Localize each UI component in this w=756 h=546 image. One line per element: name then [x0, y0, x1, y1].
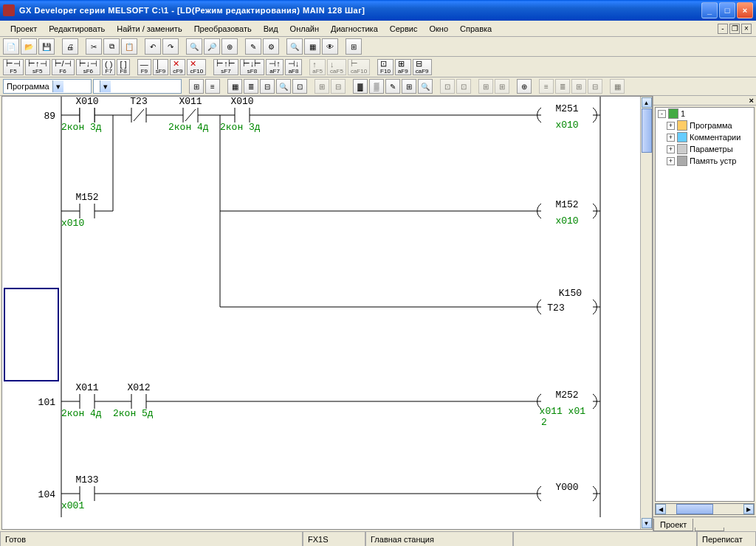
- tree-item-params[interactable]: +Параметры: [656, 143, 754, 155]
- tb-t[interactable]: ≡: [539, 79, 554, 94]
- tree-hscroll[interactable]: ◀ ▶: [655, 503, 755, 515]
- minimize-button[interactable]: _: [701, 2, 718, 18]
- scroll-right-icon[interactable]: ▶: [743, 504, 754, 514]
- tb-m[interactable]: ⊞: [402, 79, 416, 94]
- program-select-dropdown[interactable]: ▾: [93, 79, 182, 94]
- new-button[interactable]: 📄: [3, 38, 19, 55]
- tb-o[interactable]: ⊡: [440, 79, 455, 94]
- tb-k[interactable]: ▒: [369, 79, 384, 94]
- open-button[interactable]: 📂: [21, 38, 37, 55]
- ld-del-hline[interactable]: ✕cF9: [170, 59, 185, 75]
- tree-item-memory[interactable]: +Память устр: [656, 155, 754, 167]
- ld-af9[interactable]: ⊞aF9: [395, 59, 411, 75]
- redo-button[interactable]: ↷: [162, 38, 179, 55]
- menu-find[interactable]: Найти / заменить: [111, 22, 188, 35]
- tree-root[interactable]: - 1: [656, 108, 754, 120]
- tb-n[interactable]: 🔍: [418, 79, 433, 94]
- tb-w[interactable]: ⊟: [588, 79, 602, 94]
- ld-vline[interactable]: │sF9: [153, 59, 168, 75]
- ld-inv2[interactable]: ⊣↓aF8: [285, 59, 303, 75]
- menu-view[interactable]: Вид: [258, 22, 284, 35]
- tb-g[interactable]: ⊡: [292, 79, 307, 94]
- tb-f[interactable]: 🔍: [276, 79, 291, 94]
- project-tree[interactable]: - 1 +Программа +Комментарии +Параметры +…: [655, 107, 755, 502]
- expand-icon[interactable]: +: [667, 122, 675, 130]
- find-button[interactable]: 🔍: [186, 38, 202, 55]
- mdi-close[interactable]: ×: [741, 24, 752, 34]
- menu-online[interactable]: Онлайн: [284, 22, 325, 35]
- ld-rise[interactable]: ⊢↑⊢sF7: [213, 59, 238, 75]
- ld-contact-no-p[interactable]: ⊢↑⊣sF5: [25, 59, 50, 75]
- tb-p[interactable]: ⊡: [456, 79, 471, 94]
- tb-j[interactable]: ▓: [353, 79, 368, 94]
- save-button[interactable]: 💾: [38, 38, 55, 55]
- ld-contact-nc[interactable]: ⊢/⊣F6: [52, 59, 75, 75]
- find2-button[interactable]: 🔎: [204, 38, 220, 55]
- ld-func[interactable]: [ ]F8: [117, 59, 129, 75]
- tb-b[interactable]: ≡: [205, 79, 220, 94]
- tree-item-comments[interactable]: +Комментарии: [656, 131, 754, 143]
- tb-e[interactable]: ⊟: [260, 79, 275, 94]
- mdi-minimize[interactable]: -: [718, 24, 728, 34]
- expand-icon[interactable]: +: [667, 134, 675, 142]
- scroll-down-icon[interactable]: ▼: [642, 518, 652, 528]
- menu-window[interactable]: Окно: [423, 22, 454, 35]
- menu-diag[interactable]: Диагностика: [325, 22, 384, 35]
- menu-convert[interactable]: Преобразовать: [188, 22, 258, 35]
- ld-inv[interactable]: ⊣↑aF7: [266, 59, 284, 75]
- print-button[interactable]: 🖨: [62, 38, 78, 55]
- tb-s[interactable]: ⊕: [517, 79, 532, 94]
- scroll-thumb[interactable]: [676, 504, 713, 514]
- scroll-thumb[interactable]: [642, 108, 652, 153]
- program-type-dropdown[interactable]: Программа ▾: [3, 79, 92, 94]
- expand-icon[interactable]: +: [667, 145, 675, 153]
- tb-d[interactable]: ≣: [244, 79, 258, 94]
- ld-contact-nc-p[interactable]: ⊢↓⊣sF6: [76, 59, 101, 75]
- tb-i[interactable]: ⊟: [331, 79, 346, 94]
- maximize-button[interactable]: □: [719, 2, 735, 18]
- tb-r[interactable]: ⊞: [495, 79, 509, 94]
- undo-button[interactable]: ↶: [145, 38, 161, 55]
- tool-b[interactable]: ⚙: [263, 38, 279, 55]
- vertical-scrollbar[interactable]: ▲ ▼: [640, 97, 652, 529]
- menu-project[interactable]: Проект: [4, 22, 43, 35]
- monitor-button[interactable]: 👁: [322, 38, 338, 55]
- ld-fall[interactable]: ⊢↓⊢sF8: [240, 59, 265, 75]
- panel-close-button[interactable]: ×: [653, 96, 756, 106]
- find3-button[interactable]: ⊕: [221, 38, 238, 55]
- zoom-button[interactable]: 🔍: [286, 38, 303, 55]
- ladder-editor[interactable]: 89 X010 2кон 3д T23 X011 2кон 4д X010 2: [1, 96, 653, 530]
- tab-project[interactable]: Проект: [653, 519, 693, 531]
- paste-button[interactable]: 📋: [121, 38, 137, 55]
- tb-a[interactable]: ⊞: [189, 79, 204, 94]
- ld-coil[interactable]: ( )F7: [102, 59, 115, 75]
- close-button[interactable]: ×: [737, 2, 753, 18]
- cut-button[interactable]: ✂: [86, 38, 102, 55]
- collapse-icon[interactable]: -: [658, 110, 666, 118]
- ld-hline[interactable]: —F9: [137, 59, 151, 75]
- ld-f10[interactable]: ⊡F10: [377, 59, 394, 75]
- view-button[interactable]: ▦: [304, 38, 320, 55]
- menu-edit[interactable]: Редактировать: [43, 22, 111, 35]
- tree-item-program[interactable]: +Программа: [656, 120, 754, 131]
- menu-help[interactable]: Справка: [454, 22, 498, 35]
- tb-x[interactable]: ▦: [610, 79, 625, 94]
- tb-q[interactable]: ⊞: [478, 79, 493, 94]
- ld-a3[interactable]: ⊢caF10: [348, 59, 370, 75]
- tb-u[interactable]: ≣: [555, 79, 570, 94]
- ld-caf9[interactable]: ⊟caF9: [413, 59, 432, 75]
- mdi-restore[interactable]: ❐: [729, 24, 740, 34]
- scroll-up-icon[interactable]: ▲: [642, 97, 652, 108]
- network-button[interactable]: ⊞: [346, 38, 362, 55]
- scroll-left-icon[interactable]: ◀: [656, 504, 666, 514]
- tb-v[interactable]: ⊞: [571, 79, 586, 94]
- menu-tools[interactable]: Сервис: [384, 22, 424, 35]
- copy-button[interactable]: ⧉: [103, 38, 120, 55]
- tb-l[interactable]: ✎: [385, 79, 400, 94]
- tb-c[interactable]: ▦: [227, 79, 242, 94]
- ld-contact-no[interactable]: ⊢⊣F5: [3, 59, 24, 75]
- tool-a[interactable]: ✎: [245, 38, 261, 55]
- expand-icon[interactable]: +: [667, 157, 675, 165]
- tb-h[interactable]: ⊞: [315, 79, 329, 94]
- ld-del-vline[interactable]: ✕cF10: [187, 59, 206, 75]
